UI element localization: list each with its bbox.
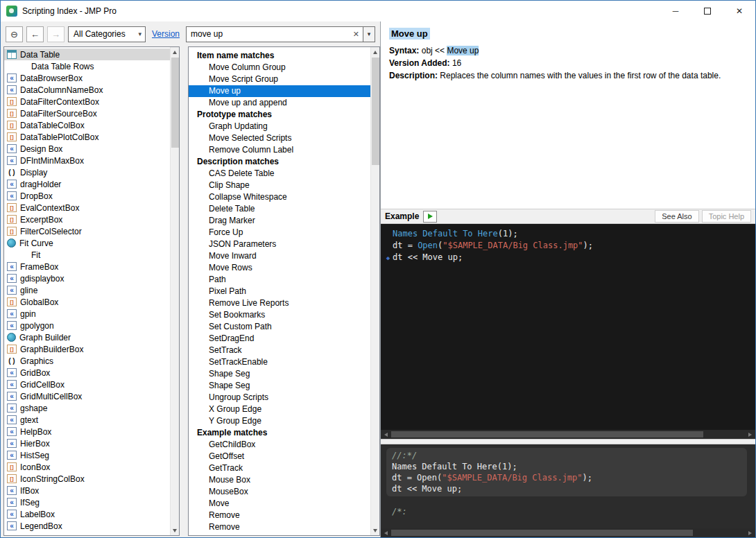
category-item[interactable]: Data Table Rows xyxy=(4,60,179,72)
category-item[interactable]: []ExcerptBox xyxy=(4,214,179,225)
category-item[interactable]: «DataColumnNameBox xyxy=(4,84,179,96)
category-item[interactable]: «DFIntMinMaxBox xyxy=(4,155,179,166)
category-item[interactable]: ( )Display xyxy=(4,166,179,178)
results-scrollbar[interactable] xyxy=(370,47,379,535)
result-item[interactable]: JSON Parameters xyxy=(189,238,379,250)
category-item[interactable]: []EvalContextBox xyxy=(4,202,179,214)
result-item[interactable]: Delete Table xyxy=(189,203,379,215)
category-item[interactable]: «LabelBox xyxy=(4,508,179,520)
result-item[interactable]: Remove xyxy=(189,521,379,533)
category-item[interactable]: «IfBox xyxy=(4,485,179,496)
scroll-up-arrow[interactable] xyxy=(171,47,179,57)
log-splitter[interactable] xyxy=(381,439,755,444)
result-item[interactable]: Move up xyxy=(189,85,379,97)
category-item[interactable]: []IconBox xyxy=(4,461,179,473)
panel-splitter[interactable] xyxy=(180,46,188,536)
category-item[interactable]: «DataBrowserBox xyxy=(4,72,179,84)
category-item[interactable]: «GridBox xyxy=(4,367,179,379)
category-scrollbar[interactable] xyxy=(170,47,179,535)
result-item[interactable]: Set Bookmarks xyxy=(189,309,379,321)
category-item[interactable]: «IfSeg xyxy=(4,496,179,508)
result-item[interactable]: Move up and append xyxy=(189,97,379,109)
result-item[interactable]: GetChildBox xyxy=(189,439,379,451)
category-item[interactable]: «LegendBox xyxy=(4,520,179,532)
log-panel[interactable]: //:*/Names Default To Here(1);dt = Open(… xyxy=(381,444,755,537)
category-item[interactable]: «GridCellBox xyxy=(4,379,179,390)
category-item[interactable]: «GridMultiCellBox xyxy=(4,390,179,402)
result-item[interactable]: Pixel Path xyxy=(189,286,379,297)
category-item[interactable]: []GlobalBox xyxy=(4,296,179,308)
result-item[interactable]: Move Inward xyxy=(189,250,379,262)
close-button[interactable]: ✕ xyxy=(723,1,755,21)
scrollbar-thumb[interactable] xyxy=(171,58,179,148)
result-item[interactable]: Move Selected Scripts xyxy=(189,132,379,144)
run-example-button[interactable] xyxy=(423,211,437,223)
back-button[interactable]: ← xyxy=(26,26,44,42)
scroll-down-arrow[interactable] xyxy=(171,526,179,535)
result-item[interactable]: Clip Shape xyxy=(189,180,379,191)
scroll-left-arrow[interactable] xyxy=(381,528,391,537)
result-item[interactable]: Force Up xyxy=(189,227,379,238)
result-item[interactable]: SetTrack xyxy=(189,345,379,356)
category-item[interactable]: «gdisplaybox xyxy=(4,272,179,284)
log-hscrollbar[interactable] xyxy=(381,528,755,537)
category-item[interactable]: «HistSeg xyxy=(4,449,179,461)
scroll-right-arrow[interactable] xyxy=(745,528,755,537)
result-item[interactable]: Shape Seg xyxy=(189,380,379,392)
category-item[interactable]: «dragHolder xyxy=(4,178,179,190)
result-item[interactable]: GetTrack xyxy=(189,462,379,474)
scroll-right-arrow[interactable] xyxy=(745,430,755,439)
category-item[interactable]: []DataTablePlotColBox xyxy=(4,131,179,143)
category-item[interactable]: Fit Curve xyxy=(4,237,179,249)
category-item[interactable]: []IconStringColBox xyxy=(4,473,179,485)
category-item[interactable]: «gtext xyxy=(4,414,179,426)
result-item[interactable]: Remove Live Reports xyxy=(189,297,379,309)
search-input[interactable] xyxy=(186,26,363,42)
topic-help-button[interactable]: Topic Help xyxy=(702,210,751,223)
clear-search-icon[interactable]: ✕ xyxy=(353,29,359,39)
example-code-editor[interactable]: Names Default To Here(1);dt = Open("$SAM… xyxy=(381,224,755,439)
result-item[interactable]: Move Rows xyxy=(189,262,379,274)
result-item[interactable]: X Group Edge xyxy=(189,404,379,415)
result-item[interactable]: Remove Column Label xyxy=(189,144,379,156)
category-item[interactable]: []FilterColSelector xyxy=(4,225,179,237)
result-item[interactable]: Move Column Group xyxy=(189,62,379,73)
category-item[interactable]: Graph Builder xyxy=(4,331,179,343)
result-item[interactable]: Remove xyxy=(189,510,379,521)
result-item[interactable]: Path xyxy=(189,274,379,286)
collapse-all-button[interactable]: ⊖ xyxy=(6,26,23,42)
category-item[interactable]: []DataFilterSourceBox xyxy=(4,107,179,119)
category-item[interactable]: «gline xyxy=(4,284,179,296)
category-item[interactable]: «HierBox xyxy=(4,437,179,449)
scroll-up-arrow[interactable] xyxy=(371,47,379,57)
category-item[interactable]: «DropBox xyxy=(4,190,179,202)
search-history-dropdown-button[interactable]: ▾ xyxy=(363,26,375,42)
result-item[interactable]: SetTrackEnable xyxy=(189,356,379,368)
result-item[interactable]: MouseBox xyxy=(189,486,379,498)
result-item[interactable]: Collapse Whitespace xyxy=(189,191,379,203)
result-item[interactable]: SetDragEnd xyxy=(189,333,379,345)
result-item[interactable]: GetOffset xyxy=(189,451,379,462)
category-item[interactable]: «gpolygon xyxy=(4,320,179,331)
result-item[interactable]: Y Group Edge xyxy=(189,415,379,427)
result-item[interactable]: Move Script Group xyxy=(189,73,379,85)
result-item[interactable]: Shape Seg xyxy=(189,368,379,380)
category-item[interactable]: Data Table xyxy=(4,49,179,60)
code-editor-hscrollbar[interactable] xyxy=(381,430,755,439)
category-item[interactable]: []DataTableColBox xyxy=(4,119,179,131)
category-item[interactable]: ( )Graphics xyxy=(4,355,179,367)
category-dropdown[interactable]: All Categories ▾ xyxy=(68,26,146,42)
category-item[interactable]: «gshape xyxy=(4,402,179,414)
category-item[interactable]: Fit xyxy=(4,249,179,261)
scroll-down-arrow[interactable] xyxy=(371,526,379,535)
result-item[interactable]: Drag Marker xyxy=(189,215,379,227)
category-item[interactable]: []GraphBuilderBox xyxy=(4,343,179,355)
scrollbar-thumb[interactable] xyxy=(391,530,693,536)
forward-button[interactable]: → xyxy=(47,26,65,42)
category-item[interactable]: «gpin xyxy=(4,308,179,320)
result-item[interactable]: Move xyxy=(189,498,379,510)
result-item[interactable]: Set Custom Path xyxy=(189,321,379,333)
category-item[interactable]: []DataFilterContextBox xyxy=(4,96,179,107)
category-item[interactable]: «HelpBox xyxy=(4,426,179,437)
result-item[interactable]: CAS Delete Table xyxy=(189,168,379,180)
